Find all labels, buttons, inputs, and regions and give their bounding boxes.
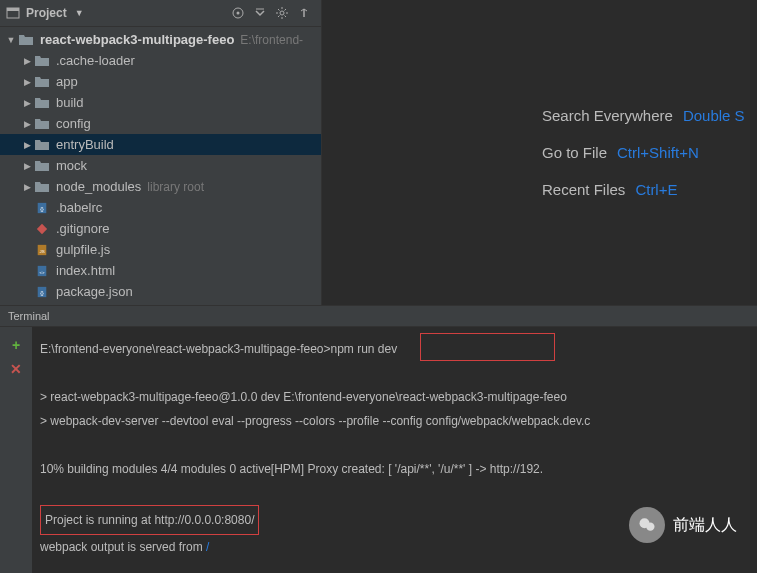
terminal-tab[interactable]: Terminal [0,305,757,327]
folder-icon [34,117,50,131]
gear-icon[interactable] [273,4,291,22]
html-file-icon: <> [34,264,50,278]
project-panel: Project ▼ ▼ react-webpack3-multipage-fee… [0,0,322,305]
tree-label: index.html [56,263,115,278]
editor-empty-state: Search Everywhere Double S Go to File Ct… [322,0,757,305]
terminal-line: 10% building modules 4/4 modules 0 activ… [40,457,749,481]
folder-icon [34,138,50,152]
chevron-right-icon[interactable]: ▶ [22,56,32,66]
folder-icon [34,180,50,194]
svg-rect-1 [7,8,19,11]
folder-icon [34,75,50,89]
svg-point-5 [280,11,284,15]
json-file-icon: {} [34,285,50,299]
svg-text:<>: <> [40,269,45,274]
highlight-box: Project is running at http://0.0.0.0:808… [40,505,259,535]
close-session-icon[interactable]: ✕ [8,361,24,377]
tree-item-package-json[interactable]: {}package.json [0,281,321,302]
hide-icon[interactable] [295,4,313,22]
chevron-right-icon[interactable]: ▶ [22,77,32,87]
terminal-line: webpack output is served from [40,540,203,554]
folder-icon [18,33,34,47]
chevron-down-icon[interactable]: ▼ [75,8,84,18]
chevron-right-icon[interactable]: ▶ [22,140,32,150]
welcome-go-to-file: Go to File Ctrl+Shift+N [542,144,757,161]
tree-item-build[interactable]: ▶build [0,92,321,113]
tree-label: entryBuild [56,137,114,152]
tree-label: package.json [56,284,133,299]
tree-root[interactable]: ▼ react-webpack3-multipage-feeo E:\front… [0,29,321,50]
tree-item--cache-loader[interactable]: ▶.cache-loader [0,50,321,71]
svg-point-16 [646,523,654,531]
tree-label: .gitignore [56,221,109,236]
tree-item--gitignore[interactable]: .gitignore [0,218,321,239]
svg-text:{}: {} [40,205,44,211]
terminal-prompt: E:\frontend-everyone\react-webpack3-mult… [40,342,331,356]
terminal-line: > react-webpack3-multipage-feeo@1.0.0 de… [40,385,749,409]
tree-label: config [56,116,91,131]
wechat-icon [629,507,665,543]
folder-icon [34,54,50,68]
chevron-right-icon[interactable]: ▶ [22,182,32,192]
project-title[interactable]: Project [26,6,67,20]
new-session-icon[interactable]: + [8,337,24,353]
tree-label: .cache-loader [56,53,135,68]
tree-label: node_modules [56,179,141,194]
svg-text:JS: JS [40,248,45,253]
project-tree[interactable]: ▼ react-webpack3-multipage-feeo E:\front… [0,27,321,305]
tree-label: .babelrc [56,200,102,215]
chevron-right-icon[interactable]: ▶ [22,98,32,108]
tree-item-app[interactable]: ▶app [0,71,321,92]
welcome-recent-files: Recent Files Ctrl+E [542,181,757,198]
tree-hint: library root [147,180,204,194]
tree-item-node-modules[interactable]: ▶node_moduleslibrary root [0,176,321,197]
tree-label: react-webpack3-multipage-feeo [40,32,234,47]
chevron-right-icon[interactable]: ▶ [22,119,32,129]
svg-text:{}: {} [40,289,44,295]
folder-icon [34,159,50,173]
json-file-icon: {} [34,201,50,215]
terminal-gutter: + ✕ [0,327,32,573]
chevron-right-icon[interactable]: ▶ [22,161,32,171]
tree-label: build [56,95,83,110]
tree-item-index-html[interactable]: <>index.html [0,260,321,281]
terminal-line: > webpack-dev-server --devtool eval --pr… [40,409,749,433]
git-file-icon [34,222,50,236]
tree-label: mock [56,158,87,173]
watermark: 前端人人 [629,507,737,543]
watermark-text: 前端人人 [673,515,737,536]
chevron-down-icon[interactable]: ▼ [6,35,16,45]
highlight-box [420,333,555,361]
locate-icon[interactable] [229,4,247,22]
tree-item-mock[interactable]: ▶mock [0,155,321,176]
project-icon [6,6,20,20]
terminal-cmd: npm run dev [331,342,398,356]
tree-item-entryBuild[interactable]: ▶entryBuild [0,134,321,155]
tree-label: gulpfile.js [56,242,110,257]
welcome-search-everywhere: Search Everywhere Double S [542,107,757,124]
project-header: Project ▼ [0,0,321,27]
tree-path: E:\frontend- [240,33,303,47]
folder-icon [34,96,50,110]
tree-item--babelrc[interactable]: {}.babelrc [0,197,321,218]
js-file-icon: JS [34,243,50,257]
svg-point-3 [237,12,240,15]
tree-item-config[interactable]: ▶config [0,113,321,134]
collapse-icon[interactable] [251,4,269,22]
tree-item-gulpfile-js[interactable]: JSgulpfile.js [0,239,321,260]
tree-label: app [56,74,78,89]
